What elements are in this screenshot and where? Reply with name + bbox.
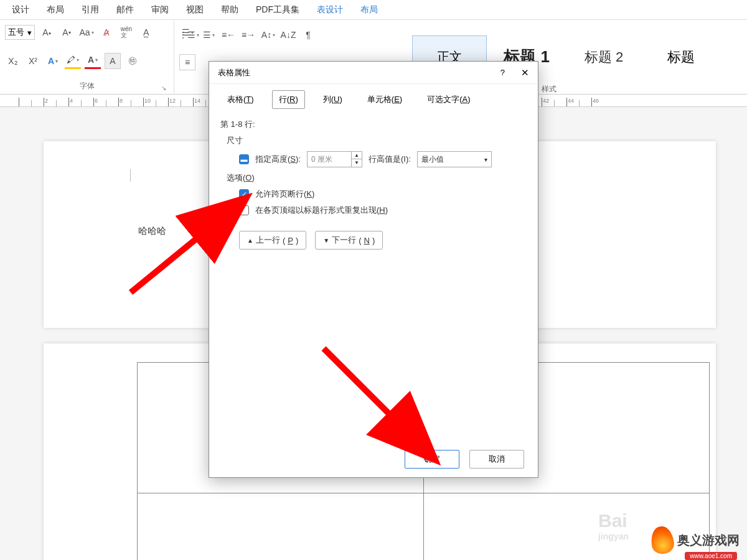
menu-help[interactable]: 帮助 xyxy=(212,4,247,16)
ruler-mark xyxy=(19,98,31,106)
dialog-titlebar[interactable]: 表格属性 ? ✕ xyxy=(209,62,538,84)
menu-design[interactable]: 设计 xyxy=(3,4,38,16)
menu-references[interactable]: 引用 xyxy=(73,4,108,16)
para-group-label xyxy=(179,82,207,93)
dialog-footer: 确定 取消 xyxy=(209,441,538,477)
tab-alt-text[interactable]: 可选文字(A) xyxy=(420,90,477,109)
flame-icon xyxy=(649,525,675,556)
decrease-indent-icon[interactable]: ≡← xyxy=(220,27,237,43)
menu-view[interactable]: 视图 xyxy=(177,4,212,16)
phonetic-guide-icon[interactable]: wén文 xyxy=(118,24,134,40)
menu-pdf-tools[interactable]: PDF工具集 xyxy=(247,4,308,16)
increase-font-icon[interactable]: A▴ xyxy=(39,24,55,40)
site-name: 奥义游戏网 xyxy=(677,532,740,549)
styles-group-label: 样式 xyxy=(542,84,557,95)
dialog-help-button[interactable]: ? xyxy=(498,65,507,80)
repeat-header-label: 在各页顶端以标题行形式重复出现(H) xyxy=(255,205,388,216)
dialog-close-button[interactable]: ✕ xyxy=(519,65,532,81)
clear-format-icon[interactable]: A̷ xyxy=(98,24,115,40)
font-size-selector[interactable]: 五号▾ xyxy=(5,25,35,40)
dialog-title: 表格属性 xyxy=(218,67,250,78)
enclose-char-icon[interactable]: ㊕ xyxy=(125,53,141,69)
character-shading-icon[interactable]: A xyxy=(105,53,121,69)
tab-cell[interactable]: 单元格(E) xyxy=(360,90,409,109)
allow-break-checkbox[interactable]: ✓ xyxy=(239,189,249,199)
height-input[interactable] xyxy=(308,155,351,164)
tab-column[interactable]: 列(U) xyxy=(316,90,349,109)
sort-icon[interactable]: A↓Z xyxy=(280,27,296,43)
specify-height-checkbox[interactable]: ▬ xyxy=(239,154,249,164)
multilevel-list-icon[interactable]: ☰▾ xyxy=(200,27,217,43)
chevron-down-icon: ▾ xyxy=(484,156,487,163)
row-range-label: 第 1-8 行: xyxy=(220,119,527,130)
options-group-label: 选项(O) xyxy=(227,172,527,184)
superscript-icon[interactable]: X² xyxy=(25,53,41,69)
height-spinner[interactable]: ▲▼ xyxy=(307,151,362,167)
asian-layout-icon[interactable]: A↕▾ xyxy=(260,27,276,43)
site-watermark: 奥义游戏网 xyxy=(651,526,740,554)
triangle-up-icon: ▲ xyxy=(247,237,253,244)
subscript-icon[interactable]: X₂ xyxy=(5,53,21,69)
menu-table-layout[interactable]: 布局 xyxy=(352,4,387,16)
menu-bar: 设计 布局 引用 邮件 审阅 视图 帮助 PDF工具集 表设计 布局 xyxy=(0,0,747,20)
next-row-button[interactable]: ▼下一行(N) xyxy=(315,231,383,250)
cancel-button[interactable]: 取消 xyxy=(469,450,524,469)
spin-up-icon[interactable]: ▲ xyxy=(352,152,362,159)
tab-table[interactable]: 表格(T) xyxy=(220,90,261,109)
tab-row[interactable]: 行(R) xyxy=(272,90,305,109)
triangle-down-icon: ▼ xyxy=(323,237,329,244)
text-effects-icon[interactable]: A▾ xyxy=(45,53,61,69)
style-heading2[interactable]: 标题 2 xyxy=(566,35,641,79)
size-group-label: 尺寸 xyxy=(227,135,527,146)
table-properties-dialog: 表格属性 ? ✕ 表格(T) 行(R) 列(U) 单元格(E) 可选文字(A) … xyxy=(209,61,538,478)
font-size-value: 五号 xyxy=(8,27,24,38)
numbering-icon[interactable]: ⋮☰▾ xyxy=(181,27,197,43)
menu-mailings[interactable]: 邮件 xyxy=(108,4,143,16)
font-dialog-launcher-icon[interactable]: ↘ xyxy=(161,85,166,91)
row-height-is-label: 行高值是(I): xyxy=(369,154,411,165)
character-border-icon[interactable]: A̲ xyxy=(138,24,154,40)
document-text[interactable]: 哈哈哈 xyxy=(138,225,166,237)
ok-button[interactable]: 确定 xyxy=(405,450,459,469)
font-group-label: 字体↘ xyxy=(5,80,169,93)
margin-corner-icon xyxy=(118,169,131,182)
menu-table-design[interactable]: 表设计 xyxy=(308,4,352,16)
font-color-icon[interactable]: A▾ xyxy=(85,53,101,69)
style-title[interactable]: 标题 xyxy=(644,35,718,79)
dialog-body: 第 1-8 行: 尺寸 ▬ 指定高度(S): ▲▼ 行高值是(I): 最小值 ▾… xyxy=(209,109,538,441)
allow-break-label: 允许跨页断行(K) xyxy=(255,189,314,200)
specify-height-label: 指定高度(S): xyxy=(255,154,301,165)
row-height-mode-select[interactable]: 最小值 ▾ xyxy=(417,151,492,167)
row-height-mode-value: 最小值 xyxy=(421,154,444,165)
prev-row-button[interactable]: ▲上一行(P) xyxy=(239,231,306,250)
increase-indent-icon[interactable]: ≡→ xyxy=(240,27,256,43)
dialog-tabstrip: 表格(T) 行(R) 列(U) 单元格(E) 可选文字(A) xyxy=(209,84,538,109)
menu-layout[interactable]: 布局 xyxy=(38,4,73,16)
repeat-header-checkbox[interactable] xyxy=(239,205,249,215)
align-icon[interactable]: ≡ xyxy=(179,54,195,70)
baidu-watermark: Bai jingyan xyxy=(598,510,629,541)
change-case-icon[interactable]: Aa▾ xyxy=(78,24,95,40)
menu-review[interactable]: 审阅 xyxy=(143,4,177,16)
site-url: www.aoe1.com xyxy=(685,552,737,560)
highlight-icon[interactable]: 🖍▾ xyxy=(65,53,81,69)
chevron-down-icon: ▾ xyxy=(27,28,32,37)
table-cell[interactable] xyxy=(138,493,424,561)
show-marks-icon[interactable]: ¶ xyxy=(300,27,316,43)
decrease-font-icon[interactable]: A▾ xyxy=(59,24,75,40)
spin-down-icon[interactable]: ▼ xyxy=(352,159,362,167)
